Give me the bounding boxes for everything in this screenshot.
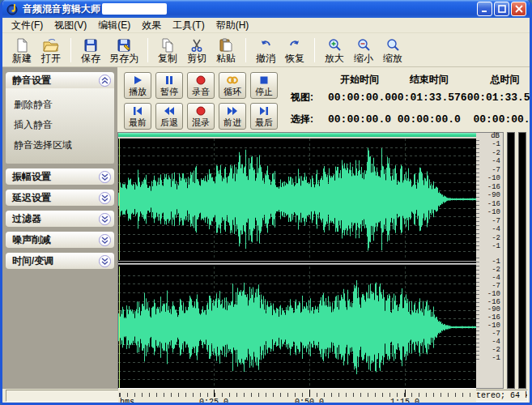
chevron-down-icon[interactable] [99,255,111,267]
playhead-cursor[interactable] [119,266,120,388]
sidebar-group-time-pitch: 时间/变调 [6,253,114,269]
toolbar-separator [147,38,148,62]
db-tick-label: -4 [492,339,500,346]
loop-icon [226,75,239,86]
toolbar-separator [245,38,246,62]
transport-controls: 播放 暂停 录音 循环 [124,72,278,130]
toolbar-separator [70,38,71,62]
toolbar-save-as-button[interactable]: 另存为 [105,35,143,66]
main-area: 静音设置 删除静音 插入静音 静音选择区域 振幅设置 延迟设置 [2,67,530,389]
db-tick-label: -7 [492,283,500,290]
play-button[interactable]: 播放 [124,72,151,99]
loop-button[interactable]: 循环 [219,72,246,99]
db-tick-label: -10 [487,322,500,330]
view-total-time: 00:01:33.576 [467,92,532,104]
menu-tools[interactable]: 工具(T) [167,17,210,34]
chevron-down-icon[interactable] [99,192,111,204]
record-button[interactable]: 录音 [187,72,215,99]
minimize-button[interactable] [477,2,492,16]
toolbar-new-button[interactable]: 新建 [7,35,36,66]
toolbar-cut-button[interactable]: 剪切 [182,35,211,66]
left-channel-waveform[interactable] [118,139,476,260]
titlebar[interactable]: 音频混音剪辑大师 [2,0,530,18]
toolbar-button-label: 打开 [41,53,61,64]
menu-effects[interactable]: 效果 [136,17,167,34]
timeline-label-25s: 0:25.0 [199,398,228,405]
sidebar-group-header-time-pitch[interactable]: 时间/变调 [6,253,114,269]
content-area: 播放 暂停 录音 循环 [117,67,530,389]
sidebar-item-delete-silence[interactable]: 删除静音 [14,95,109,115]
db-tick-label: -7 [492,218,500,225]
sidebar-group-header-silence[interactable]: 静音设置 [6,72,114,88]
timeline-label-50s: 0:50.0 [295,398,324,405]
end-time-header: 结束时间 [391,73,467,87]
sidebar-group-header-amplitude[interactable]: 振幅设置 [6,168,114,185]
overview-selection-bar[interactable] [118,133,476,139]
toolbar-copy-button[interactable]: 复制 [153,35,182,66]
sidebar-group-noise-reduction: 噪声削减 [6,232,114,248]
sidebar-item-insert-silence[interactable]: 插入静音 [14,115,109,135]
stop-button[interactable]: 停止 [250,72,278,99]
view-row-label: 视图: [286,91,328,104]
db-tick-label: -16 [487,184,500,191]
selection-end-time: 00:00:00.0 [391,113,467,126]
skip-to-start-icon [132,106,143,117]
sidebar-item-silence-selection[interactable]: 静音选择区域 [14,135,109,156]
toolbar-button-label: 撤消 [256,53,275,64]
playhead-cursor[interactable] [119,139,120,260]
toolbar-open-button[interactable]: 打开 [36,35,66,66]
go-to-start-button[interactable]: 最前 [124,103,151,130]
selection-total-time: 00:00:00.0 [467,113,532,126]
toolbar-button-label: 另存为 [109,53,138,64]
menu-help[interactable]: 帮助(H) [211,17,255,34]
transport-button-label: 后退 [160,117,178,127]
db-tick-label: -16 [487,299,500,306]
db-tick-label: -1 [492,258,500,266]
mix-record-button[interactable]: 混录 [187,103,215,130]
db-tick-label: -1 [492,243,500,250]
save-as-icon [117,36,131,53]
toolbar-zoom-button[interactable]: 缩放 [378,35,407,66]
sidebar-group-header-filter[interactable]: 过滤器 [6,211,114,227]
sidebar-group-header-delay[interactable]: 延迟设置 [6,190,114,206]
mix-record-icon [196,106,206,117]
db-tick-label: -7 [492,330,500,338]
level-meter-left [507,132,515,389]
titlebar-document-field [102,3,167,15]
copy-icon [160,36,175,53]
channel-divider[interactable] [118,260,476,266]
paste-clipboard-icon [219,36,233,53]
chevron-down-icon[interactable] [99,213,111,225]
toolbar-undo-button[interactable]: 撤消 [251,35,280,66]
pause-button[interactable]: 暂停 [155,72,183,99]
transport-button-label: 最后 [255,117,273,127]
transport-button-label: 录音 [192,87,210,96]
maximize-button[interactable] [494,2,509,16]
menu-file[interactable]: 文件(F) [6,17,49,34]
timeline-ruler[interactable]: hms 0:25.0 0:50.0 1:15.0 [118,388,476,405]
transport-button-label: 播放 [129,87,147,96]
start-time-header: 开始时间 [328,73,391,87]
menu-edit[interactable]: 编辑(E) [92,17,136,34]
sidebar-group-delay: 延迟设置 [6,190,114,206]
db-unit-label: dB [476,133,503,140]
toolbar-button-label: 恢复 [285,53,304,64]
chevron-down-icon[interactable] [99,171,111,183]
right-channel-waveform[interactable] [118,266,476,388]
db-tick-label: -10 [487,175,500,182]
menu-view[interactable]: 视图(V) [49,17,92,34]
toolbar-zoom-out-button[interactable]: 缩小 [349,35,378,66]
rewind-button[interactable]: 后退 [155,103,183,130]
transport-button-label: 最前 [129,117,147,127]
chevron-down-icon[interactable] [99,234,111,246]
forward-button[interactable]: 前进 [219,103,246,130]
chevron-up-icon[interactable] [99,75,111,87]
toolbar-redo-button[interactable]: 恢复 [280,35,309,66]
sidebar-group-header-noise-reduction[interactable]: 噪声削减 [6,232,114,248]
toolbar-paste-button[interactable]: 粘贴 [211,35,240,66]
toolbar-button-label: 新建 [12,53,32,64]
close-button[interactable] [511,2,526,16]
toolbar-save-button[interactable]: 保存 [76,35,105,66]
toolbar-zoom-in-button[interactable]: 放大 [320,35,349,66]
go-to-end-button[interactable]: 最后 [250,103,278,130]
